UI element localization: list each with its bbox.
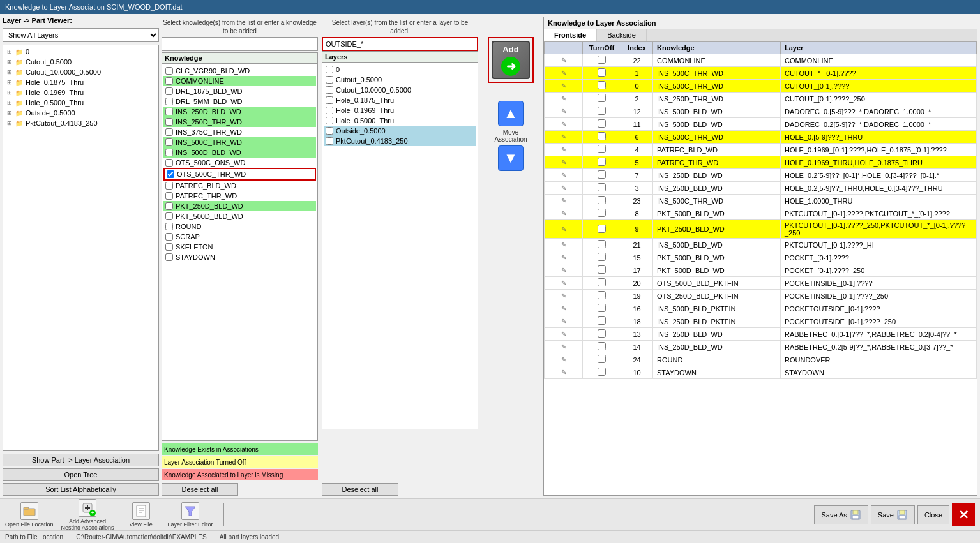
layer-checkbox[interactable] [326, 127, 333, 135]
tree-item[interactable]: ⊞ 📁 Hole_0.5000_Thru [4, 98, 157, 108]
knowledge-item[interactable]: PATREC_THR_WD [163, 191, 316, 201]
knowledge-input[interactable] [162, 37, 318, 51]
knowledge-item[interactable]: OTS_500C_ONS_WD [163, 158, 316, 168]
layer-checkbox[interactable] [326, 86, 333, 94]
turnoff-checkbox[interactable] [598, 196, 606, 204]
layer-checkbox[interactable] [326, 107, 333, 114]
layer-item[interactable]: 0 [324, 64, 476, 75]
add-nesting-btn[interactable]: + Add AdvancedNesting Associations [61, 499, 114, 531]
row-edit-icon[interactable]: ✎ [545, 169, 583, 182]
layer-item[interactable]: Cutout_10.0000_0.5000 [324, 85, 476, 95]
layer-item[interactable]: Hole_0.5000_Thru [324, 115, 476, 126]
layer-checkbox[interactable] [326, 137, 333, 145]
knowledge-checkbox[interactable] [165, 77, 173, 85]
show-part-layer-btn[interactable]: Show Part -> Layer Association [3, 454, 159, 466]
add-button[interactable]: Add ➜ [492, 41, 530, 79]
turnoff-checkbox[interactable] [598, 209, 606, 217]
row-edit-icon[interactable]: ✎ [545, 353, 583, 366]
knowledge-checkbox[interactable] [165, 159, 173, 167]
knowledge-item[interactable]: INS_500C_THR_WD [163, 137, 316, 147]
turnoff-checkbox[interactable] [598, 240, 606, 248]
knowledge-checkbox[interactable] [165, 138, 173, 146]
row-edit-icon[interactable]: ✎ [545, 144, 583, 156]
row-edit-icon[interactable]: ✎ [545, 366, 583, 379]
tab-backside[interactable]: Backside [597, 29, 647, 41]
tab-frontside[interactable]: Frontside [544, 29, 597, 41]
turnoff-checkbox[interactable] [598, 316, 606, 325]
close-button[interactable]: Close [917, 505, 949, 524]
view-file-btn[interactable]: View File [122, 502, 160, 528]
turnoff-checkbox[interactable] [598, 170, 606, 179]
layer-filter-editor-btn[interactable]: Layer Filter Editor [168, 502, 213, 528]
row-edit-icon[interactable]: ✎ [545, 67, 583, 80]
tree-item[interactable]: ⊞ 📁 PktCutout_0.4183_250 [4, 118, 157, 128]
knowledge-checkbox[interactable] [165, 253, 173, 261]
knowledge-checkbox[interactable] [165, 67, 173, 75]
layer-item[interactable]: Cutout_0.5000 [324, 75, 476, 85]
knowledge-item[interactable]: SKELETON [163, 242, 316, 252]
save-button[interactable]: Save [871, 505, 915, 524]
turnoff-checkbox[interactable] [598, 107, 606, 115]
row-edit-icon[interactable]: ✎ [545, 302, 583, 315]
tree-item[interactable]: ⊞ 📁 Cutout_10.0000_0.5000 [4, 67, 157, 77]
layer-item[interactable]: Outside_0.5000 [324, 126, 476, 136]
row-edit-icon[interactable]: ✎ [545, 277, 583, 290]
move-up-button[interactable]: ▲ [498, 101, 524, 126]
knowledge-item[interactable]: COMMONLINE [163, 76, 316, 86]
turnoff-checkbox[interactable] [598, 355, 606, 363]
layer-checkbox[interactable] [326, 117, 333, 124]
turnoff-checkbox[interactable] [598, 119, 606, 128]
row-edit-icon[interactable]: ✎ [545, 118, 583, 131]
layer-checkbox[interactable] [326, 76, 333, 84]
knowledge-checkbox[interactable] [165, 149, 173, 156]
row-edit-icon[interactable]: ✎ [545, 220, 583, 239]
row-edit-icon[interactable]: ✎ [545, 207, 583, 220]
knowledge-item[interactable]: INS_500D_BLD_WD [163, 147, 316, 158]
row-edit-icon[interactable]: ✎ [545, 195, 583, 207]
knowledge-checkbox[interactable] [165, 87, 173, 95]
tree-item[interactable]: ⊞ 📁 Outside_0.5000 [4, 108, 157, 118]
knowledge-item[interactable]: INS_375C_THR_WD [163, 127, 316, 137]
knowledge-checkbox[interactable] [165, 98, 173, 105]
knowledge-item[interactable]: PATREC_BLD_WD [163, 181, 316, 191]
turnoff-checkbox[interactable] [598, 304, 606, 312]
row-edit-icon[interactable]: ✎ [545, 341, 583, 353]
turnoff-checkbox[interactable] [598, 94, 606, 102]
open-tree-btn[interactable]: Open Tree [3, 468, 159, 481]
layer-item[interactable]: Hole_0.1875_Thru [324, 95, 476, 105]
knowledge-checkbox[interactable] [167, 170, 174, 178]
knowledge-checkbox[interactable] [165, 202, 173, 210]
layer-input[interactable] [322, 37, 478, 51]
knowledge-checkbox[interactable] [165, 108, 173, 115]
x-close-button[interactable]: ✕ [952, 503, 975, 526]
turnoff-checkbox[interactable] [598, 145, 606, 153]
layer-dropdown[interactable]: Show All Layers [3, 28, 159, 42]
knowledge-checkbox[interactable] [165, 182, 173, 190]
knowledge-checkbox[interactable] [165, 233, 173, 241]
layer-item[interactable]: Hole_0.1969_Thru [324, 105, 476, 115]
row-edit-icon[interactable]: ✎ [545, 182, 583, 195]
sort-list-btn[interactable]: Sort List Alphabetically [3, 483, 159, 496]
move-down-button[interactable]: ▼ [498, 145, 524, 171]
row-edit-icon[interactable]: ✎ [545, 239, 583, 251]
tree-item[interactable]: ⊞ 📁 Cutout_0.5000 [4, 57, 157, 67]
turnoff-checkbox[interactable] [598, 342, 606, 350]
row-edit-icon[interactable]: ✎ [545, 251, 583, 264]
row-edit-icon[interactable]: ✎ [545, 315, 583, 328]
turnoff-checkbox[interactable] [598, 368, 606, 376]
layer-checkbox[interactable] [326, 66, 333, 73]
row-edit-icon[interactable]: ✎ [545, 105, 583, 118]
knowledge-checkbox[interactable] [165, 223, 173, 230]
layer-item[interactable]: PktCutout_0.4183_250 [324, 136, 476, 146]
turnoff-checkbox[interactable] [598, 183, 606, 191]
save-as-button[interactable]: Save As [814, 505, 868, 524]
turnoff-checkbox[interactable] [598, 291, 606, 299]
row-edit-icon[interactable]: ✎ [545, 290, 583, 302]
knowledge-item[interactable]: PKT_250D_BLD_WD [163, 201, 316, 211]
row-edit-icon[interactable]: ✎ [545, 54, 583, 67]
row-edit-icon[interactable]: ✎ [545, 93, 583, 105]
tree-item[interactable]: ⊞ 📁 0 [4, 47, 157, 57]
turnoff-checkbox[interactable] [598, 158, 606, 166]
knowledge-item[interactable]: CLC_VGR90_BLD_WD [163, 66, 316, 76]
knowledge-checkbox[interactable] [165, 128, 173, 136]
